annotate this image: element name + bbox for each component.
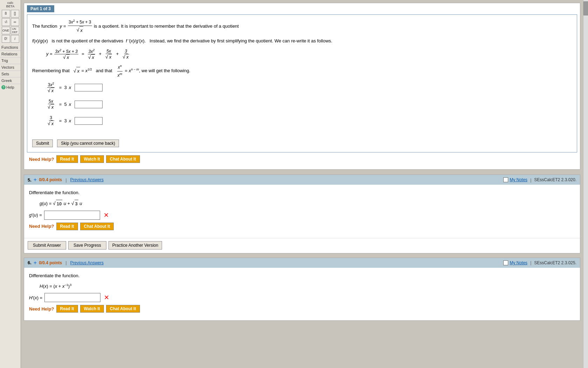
frac-term1: 3x2 √x (88, 48, 96, 60)
part1-intro: The function y = 3x2 + 5x + 3 √x is a qu… (32, 18, 572, 34)
submit-answer-btn-5[interactable]: Submit Answer (28, 241, 66, 250)
sidebar-item-sets[interactable]: Sets (0, 71, 21, 77)
part1-wrapper: Part 1 of 3 (24, 3, 580, 14)
my-notes-checkbox-6[interactable] (503, 260, 508, 265)
logo-sub: BETA (6, 5, 15, 8)
q5-block: 5. + 0/0.4 points | Previous Answers My … (24, 175, 580, 253)
need-help-1: Need Help? Read It Watch It Chat About I… (24, 152, 580, 166)
q6-answer-row: H′(x) = ✕ (29, 293, 575, 302)
q6-answer-input[interactable] (44, 293, 100, 302)
q5-my-notes[interactable]: My Notes (510, 177, 527, 182)
btn-undef[interactable]: UNDEF (11, 27, 19, 34)
need-help-6: Need Help? Read It Watch It Chat About I… (29, 305, 575, 313)
need-help-label-6: Need Help? (29, 306, 54, 312)
eq1-frac: 3x2 √x (47, 82, 55, 93)
chat-btn-6[interactable]: Chat About It (106, 305, 140, 313)
q5-prev-answers[interactable]: Previous Answers (70, 177, 104, 182)
eq-row-3: 3 √x = 3x (46, 115, 572, 126)
calc-logo: calc BETA (6, 1, 15, 8)
read-it-btn-6[interactable]: Read It (56, 305, 78, 313)
fraction-num: 3x2 + 5x + 3 (68, 18, 92, 26)
sidebar: calc BETA 8 [] √i ∞ ONE UNDEF 0! i Funct… (0, 0, 21, 368)
read-it-btn-5[interactable]: Read It (56, 223, 78, 230)
skip-button[interactable]: Skip (you cannot come back) (57, 139, 119, 147)
q6-problem: Differentiate the function. (29, 272, 575, 280)
intro-text2: is a quotient. It is important to rememb… (94, 23, 239, 29)
btn-i[interactable]: i (11, 35, 19, 43)
q6-my-notes[interactable]: My Notes (510, 260, 527, 265)
part1-content: The function y = 3x2 + 5x + 3 √x is a qu… (27, 14, 577, 152)
watch-it-btn-6[interactable]: Watch It (80, 305, 104, 313)
eq2-frac: 5x √x (47, 99, 55, 110)
q5-right: My Notes | SEssCalcET2 2.3.020. (503, 177, 576, 183)
help-icon: ? (1, 85, 6, 89)
q5-answer-input[interactable] (44, 211, 100, 220)
scrollbar-thumb[interactable] (583, 1, 588, 15)
fraction-den: √x (76, 26, 84, 34)
part1-label: Part 1 of 3 (27, 5, 54, 12)
eq-row-2: 5x √x = 5x (46, 99, 572, 110)
chat-btn-5[interactable]: Chat About It (80, 223, 114, 230)
q6-header: 6. + 0/0.4 points | Previous Answers My … (24, 258, 580, 268)
q5-function: g(u) = √10 u + √3 u (40, 199, 575, 208)
need-help-5: Need Help? Read It Chat About It (29, 223, 575, 230)
scrollbar[interactable] (583, 0, 588, 368)
btn-factorial[interactable]: 0! (2, 35, 10, 43)
sidebar-item-greek[interactable]: Greek (0, 77, 21, 84)
remembering-text: Remembering that √x = x1/2 and that xn x… (32, 63, 572, 79)
submit-button[interactable]: Submit (32, 139, 53, 147)
q6-prev-answers[interactable]: Previous Answers (70, 260, 104, 265)
help-label: Help (6, 85, 14, 89)
part1-text2: f(x)/g(x) is not the quotient of the der… (32, 37, 572, 45)
need-help-label-1: Need Help? (29, 157, 54, 162)
q6-plus-icon[interactable]: + (34, 260, 37, 266)
part1-block: Part 1 of 3 The function y = 3x2 + 5x + … (24, 3, 580, 170)
q5-bottom-buttons: Submit Answer Save Progress Practice Ano… (24, 238, 580, 253)
q5-wrong-icon: ✕ (104, 211, 109, 219)
sep1: | (65, 177, 66, 183)
btn-matrix[interactable]: 8 (2, 10, 10, 18)
chat-btn-1[interactable]: Chat About It (106, 155, 140, 163)
q5-number: 5. (28, 177, 31, 183)
btn-sqrt[interactable]: √i (2, 18, 10, 26)
save-progress-btn-5[interactable]: Save Progress (68, 241, 106, 250)
btn-bracket[interactable]: [] (11, 10, 19, 18)
q5-points: 0/0.4 points (39, 177, 62, 182)
main-content: Part 1 of 3 The function y = 3x2 + 5x + … (21, 0, 583, 368)
sidebar-nav: Functions Relations Trig Vectors Sets Gr… (0, 44, 21, 90)
eq-row-1: 3x2 √x = 3x (46, 82, 572, 93)
read-it-btn-1[interactable]: Read It (56, 155, 78, 163)
intro-text1: The function y = (32, 23, 67, 29)
sidebar-item-relations[interactable]: Relations (0, 51, 21, 57)
sidebar-item-trig[interactable]: Trig (0, 57, 21, 64)
btn-one[interactable]: ONE (2, 27, 10, 34)
sidebar-buttons: 8 [] √i ∞ ONE UNDEF 0! i (2, 10, 19, 43)
q6-function: H(x) = (x + x−1)3 (40, 282, 575, 290)
eq3-input[interactable] (75, 117, 103, 125)
sidebar-item-functions[interactable]: Functions (0, 44, 21, 51)
part1-buttons: Submit Skip (you cannot come back) (32, 137, 572, 149)
sidebar-item-vectors[interactable]: Vectors (0, 64, 21, 71)
q6-ref: SEssCalcET2 2.3.025. (534, 260, 576, 265)
frac-term3: 3 √x (122, 49, 130, 60)
rewrite-eq: y = 3x2 + 5x + 3 √x = 3x2 √x + 5x √x + (46, 48, 572, 60)
eq1-input[interactable] (75, 84, 103, 91)
practice-btn-5[interactable]: Practice Another Version (108, 241, 162, 250)
eq3-frac: 3 √x (47, 115, 55, 126)
sidebar-item-help[interactable]: ? Help (0, 84, 21, 90)
q5-content: Differentiate the function. g(u) = √10 u… (24, 185, 580, 238)
need-help-label-5: Need Help? (29, 224, 54, 229)
btn-inf[interactable]: ∞ (11, 18, 19, 26)
q5-ref: SEssCalcET2 2.3.020. (534, 177, 576, 182)
sep2: | (65, 260, 66, 265)
q6-right: My Notes | SEssCalcET2 2.3.025. (503, 260, 576, 265)
q6-content: Differentiate the function. H(x) = (x + … (24, 268, 580, 321)
hprime-label: H′(x) = (29, 295, 42, 300)
q6-points: 0/0.4 points (39, 260, 62, 265)
q5-problem: Differentiate the function. (29, 189, 575, 197)
watch-it-btn-1[interactable]: Watch It (80, 155, 104, 163)
my-notes-checkbox-5[interactable] (503, 177, 508, 182)
q5-plus-icon[interactable]: + (34, 177, 37, 183)
q6-block: 6. + 0/0.4 points | Previous Answers My … (24, 258, 580, 321)
eq2-input[interactable] (75, 101, 103, 108)
